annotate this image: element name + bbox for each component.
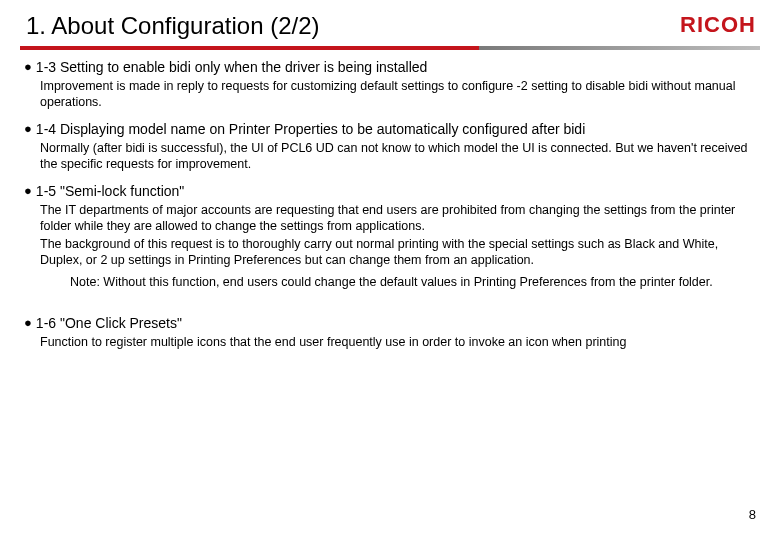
item-body: Function to register multiple icons that… <box>24 334 756 350</box>
item-1-3: ● 1-3 Setting to enable bidi only when t… <box>24 58 756 110</box>
item-note: Note: Without this function, end users c… <box>78 274 756 290</box>
slide: 1. About Configuration (2/2) RICOH ● 1-3… <box>0 0 780 540</box>
item-head: ● 1-3 Setting to enable bidi only when t… <box>24 58 756 76</box>
content: ● 1-3 Setting to enable bidi only when t… <box>20 58 760 350</box>
item-title: 1-6 "One Click Presets" <box>36 314 182 332</box>
item-body: Normally (after bidi is successful), the… <box>24 140 756 172</box>
header-rule <box>20 46 760 50</box>
item-head: ● 1-6 "One Click Presets" <box>24 314 756 332</box>
page-number: 8 <box>749 507 756 522</box>
item-body-p2: The background of this request is to tho… <box>40 236 750 268</box>
item-1-5: ● 1-5 "Semi-lock function" The IT depart… <box>24 182 756 290</box>
item-head: ● 1-4 Displaying model name on Printer P… <box>24 120 756 138</box>
item-head: ● 1-5 "Semi-lock function" <box>24 182 756 200</box>
item-body-p1: The IT departments of major accounts are… <box>40 202 750 234</box>
item-1-4: ● 1-4 Displaying model name on Printer P… <box>24 120 756 172</box>
item-title: 1-5 "Semi-lock function" <box>36 182 184 200</box>
item-title: 1-4 Displaying model name on Printer Pro… <box>36 120 585 138</box>
bullet-icon: ● <box>24 182 32 200</box>
item-body: The IT departments of major accounts are… <box>24 202 756 268</box>
bullet-icon: ● <box>24 120 32 138</box>
ricoh-logo: RICOH <box>680 12 760 40</box>
item-1-6: ● 1-6 "One Click Presets" Function to re… <box>24 314 756 350</box>
item-title: 1-3 Setting to enable bidi only when the… <box>36 58 427 76</box>
spacer <box>24 300 756 314</box>
page-title: 1. About Configuration (2/2) <box>20 12 320 40</box>
bullet-icon: ● <box>24 314 32 332</box>
item-body: Improvement is made in reply to requests… <box>24 78 756 110</box>
header-row: 1. About Configuration (2/2) RICOH <box>20 12 760 46</box>
bullet-icon: ● <box>24 58 32 76</box>
